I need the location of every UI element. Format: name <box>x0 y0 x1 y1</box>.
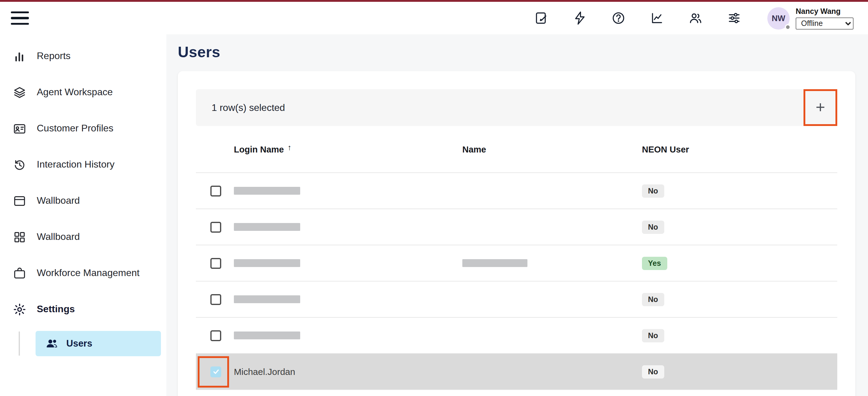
topbar: NW Nancy Wang Offline <box>0 0 868 34</box>
layers-icon <box>13 85 27 99</box>
table-row: No <box>196 173 837 209</box>
table-row: No <box>196 318 837 354</box>
neon-user-badge: No <box>642 365 664 378</box>
sidebar-item-wallboard-2[interactable]: Wallboard <box>0 219 166 255</box>
redacted-login-name <box>234 223 300 231</box>
sidebar-item-label: Reports <box>37 51 70 61</box>
table-row: No <box>196 281 837 318</box>
lightning-icon[interactable] <box>572 10 588 26</box>
user-block: Nancy Wang Offline <box>796 7 854 29</box>
table-row: Yes <box>196 245 837 281</box>
grid-icon <box>13 230 27 244</box>
redacted-name <box>462 259 527 267</box>
neon-user-badge: No <box>642 329 664 342</box>
table-toolbar: 1 row(s) selected + <box>196 89 837 126</box>
column-header-login-name[interactable]: Login Name <box>234 144 284 154</box>
sidebar-item-users[interactable]: Users <box>36 331 161 356</box>
table-row: No <box>196 209 837 245</box>
topbar-right-cluster: NW Nancy Wang Offline <box>510 7 854 29</box>
users-card: 1 row(s) selected + Login Name ↑ Na <box>178 71 855 396</box>
contacts-icon[interactable] <box>688 10 704 26</box>
hamburger-menu-button[interactable] <box>11 11 29 25</box>
table-row-selected: Michael.Jordan No <box>196 354 837 390</box>
avatar-wrap: NW <box>767 7 789 29</box>
sidebar-item-label: Wallboard <box>37 195 80 206</box>
row-checkbox[interactable] <box>210 185 221 196</box>
login-name-cell: Michael.Jordan <box>234 366 295 377</box>
users-icon <box>45 337 59 350</box>
gear-icon <box>13 302 27 316</box>
row-checkbox[interactable] <box>210 294 221 305</box>
sidebar-item-workforce-management[interactable]: Workforce Management <box>0 255 166 291</box>
sidebar-item-settings[interactable]: Settings <box>0 291 166 327</box>
presence-status-select[interactable]: Offline <box>796 17 854 29</box>
header-checkbox-cell <box>196 126 234 172</box>
redacted-login-name <box>234 187 300 195</box>
preferences-sliders-icon[interactable] <box>726 10 742 26</box>
users-table: Login Name ↑ Name NEON User No <box>196 126 837 390</box>
neon-user-badge: No <box>642 293 664 306</box>
indent-line <box>19 332 20 356</box>
sidebar-item-customer-profiles[interactable]: Customer Profiles <box>0 110 166 147</box>
redacted-login-name <box>234 259 300 267</box>
briefcase-icon <box>13 266 27 280</box>
row-checkbox[interactable] <box>210 330 221 341</box>
add-user-area: + <box>804 89 837 126</box>
notes-icon[interactable] <box>533 10 549 26</box>
redacted-login-name <box>234 332 300 339</box>
page-title: Users <box>178 43 855 61</box>
sidebar-item-label: Interaction History <box>37 159 115 170</box>
neon-user-badge: No <box>642 184 664 197</box>
main-content: Users 1 row(s) selected + Login Name <box>166 34 868 396</box>
sidebar: Reports Agent Workspace Customer Profile… <box>0 34 166 396</box>
sidebar-item-agent-workspace[interactable]: Agent Workspace <box>0 74 166 110</box>
sidebar-item-label: Customer Profiles <box>37 123 113 134</box>
browser-window-icon <box>13 194 27 208</box>
analytics-icon[interactable] <box>649 10 665 26</box>
sidebar-item-label: Users <box>66 338 92 349</box>
selection-count-text: 1 row(s) selected <box>212 102 285 113</box>
row-checkbox[interactable] <box>210 258 221 269</box>
row-checkbox[interactable] <box>210 221 221 232</box>
sidebar-item-label: Agent Workspace <box>37 87 113 98</box>
table-header-row: Login Name ↑ Name NEON User <box>196 126 837 173</box>
help-icon[interactable] <box>611 10 626 26</box>
sidebar-item-wallboard[interactable]: Wallboard <box>0 183 166 219</box>
redacted-login-name <box>234 295 300 303</box>
app-root: NW Nancy Wang Offline Reports Agent Work… <box>0 0 868 396</box>
sidebar-item-interaction-history[interactable]: Interaction History <box>0 147 166 183</box>
add-user-button[interactable]: + <box>804 89 837 126</box>
status-dot <box>785 24 791 30</box>
row-checkbox-checked[interactable] <box>210 366 221 377</box>
history-icon <box>13 158 27 172</box>
column-header-neon-user[interactable]: NEON User <box>642 144 689 154</box>
column-header-name[interactable]: Name <box>462 144 486 154</box>
sidebar-item-reports[interactable]: Reports <box>0 38 166 74</box>
neon-user-badge: No <box>642 220 664 234</box>
user-name: Nancy Wang <box>796 7 854 16</box>
sidebar-item-label: Settings <box>37 304 75 315</box>
sidebar-item-label: Workforce Management <box>37 268 140 278</box>
neon-user-badge: Yes <box>642 256 667 270</box>
sidebar-settings-subsection: Users <box>0 330 166 358</box>
sidebar-item-label: Wallboard <box>37 232 80 242</box>
bar-chart-icon <box>13 49 27 63</box>
contact-card-icon <box>13 121 27 135</box>
sort-ascending-icon[interactable]: ↑ <box>287 143 291 152</box>
